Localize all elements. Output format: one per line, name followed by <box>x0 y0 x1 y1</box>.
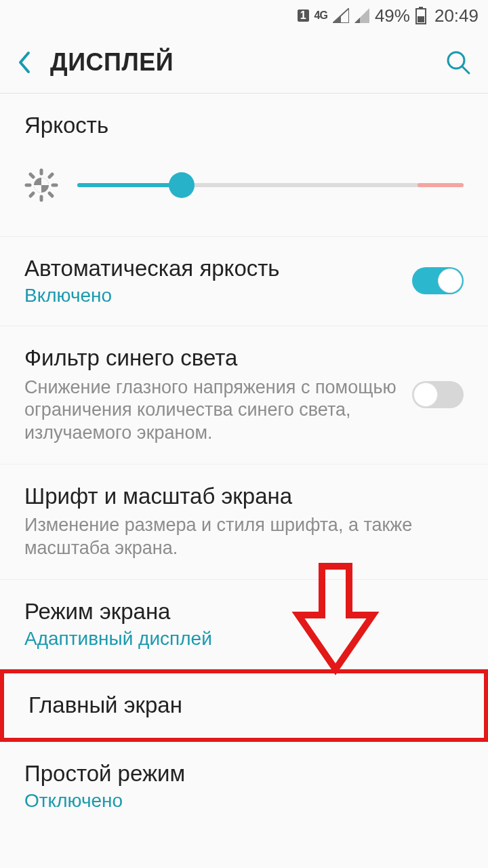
toggle-knob <box>438 269 462 293</box>
auto-brightness-status: Включено <box>24 285 399 307</box>
slider-fill <box>77 183 182 187</box>
toggle-knob <box>413 382 438 407</box>
simple-mode-title: Простой режим <box>24 760 464 787</box>
sim-slot-badge: 1 <box>298 9 309 22</box>
settings-list: Яркость Автоматическая яркос <box>0 94 488 831</box>
app-bar: ДИСПЛЕЙ <box>0 31 488 94</box>
back-button[interactable] <box>16 50 43 75</box>
search-button[interactable] <box>439 49 472 76</box>
brightness-label: Яркость <box>0 94 488 149</box>
font-scale-desc: Изменение размера и стиля шрифта, а такж… <box>24 514 464 560</box>
page-title: ДИСПЛЕЙ <box>43 48 439 77</box>
signal-icon-2 <box>354 8 369 23</box>
battery-percent: 49% <box>375 5 410 26</box>
home-screen-title: Главный экран <box>28 691 460 719</box>
svg-line-14 <box>30 174 33 177</box>
brightness-slider[interactable] <box>77 183 464 187</box>
chevron-left-icon <box>16 50 31 75</box>
auto-brightness-title: Автоматическая яркость <box>24 254 399 282</box>
svg-line-16 <box>30 193 33 196</box>
screen-mode-item[interactable]: Режим экрана Адаптивный дисплей <box>0 580 488 669</box>
screen-mode-title: Режим экрана <box>24 597 464 625</box>
simple-mode-item[interactable]: Простой режим Отключено <box>0 742 488 831</box>
svg-line-15 <box>49 193 52 196</box>
blue-light-filter-desc: Снижение глазного напряжения с помощью о… <box>24 376 399 445</box>
simple-mode-status: Отключено <box>24 790 464 812</box>
blue-light-filter-toggle[interactable] <box>412 381 464 408</box>
brightness-row <box>0 149 488 237</box>
home-screen-item[interactable]: Главный экран <box>0 669 488 742</box>
svg-rect-6 <box>418 16 424 22</box>
blue-light-filter-title: Фильтр синего света <box>24 344 399 372</box>
auto-brightness-item[interactable]: Автоматическая яркость Включено <box>0 237 488 326</box>
svg-marker-2 <box>354 8 369 23</box>
brightness-icon <box>24 168 58 202</box>
font-scale-item[interactable]: Шрифт и масштаб экрана Изменение размера… <box>0 465 488 580</box>
font-scale-title: Шрифт и масштаб экрана <box>24 482 464 510</box>
slider-hot-zone <box>418 183 464 187</box>
slider-thumb[interactable] <box>169 172 195 198</box>
battery-icon <box>415 7 426 24</box>
screen-mode-status: Адаптивный дисплей <box>24 628 464 650</box>
network-type: 4G <box>314 9 327 22</box>
svg-line-17 <box>49 174 52 177</box>
clock: 20:49 <box>434 5 479 26</box>
auto-brightness-toggle[interactable] <box>412 267 464 294</box>
svg-line-8 <box>462 66 469 73</box>
status-bar: 1 4G 49% 20:49 <box>0 0 488 31</box>
search-icon <box>445 49 472 76</box>
blue-light-filter-item[interactable]: Фильтр синего света Снижение глазного на… <box>0 326 488 465</box>
signal-icon-1 <box>333 8 349 23</box>
svg-marker-3 <box>354 18 360 23</box>
